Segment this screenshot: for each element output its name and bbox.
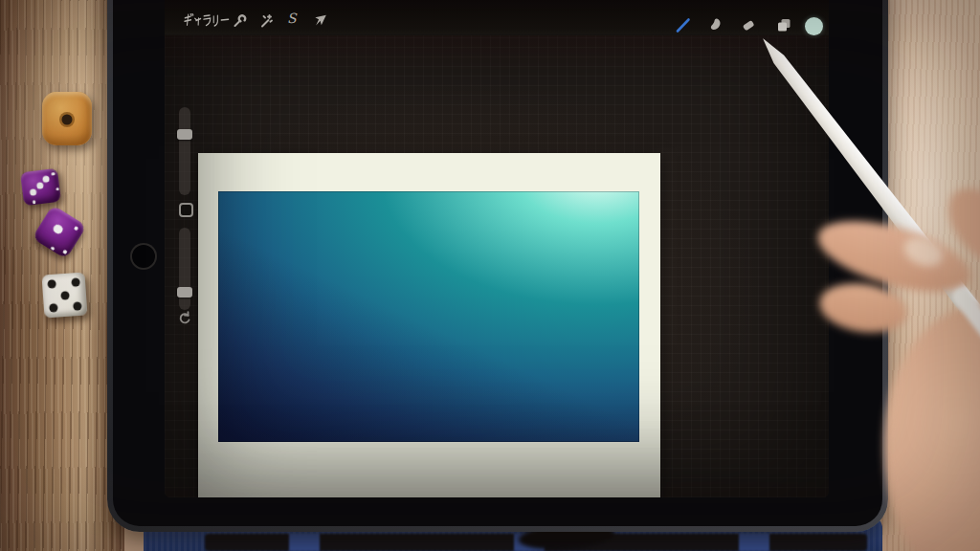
photo-scene: S: [0, 0, 980, 551]
brush-size-slider[interactable]: [179, 107, 190, 195]
wooden-die: [42, 92, 92, 145]
purple-die-top: [20, 168, 61, 206]
opacity-slider-handle[interactable]: [177, 287, 192, 298]
transform-cursor-arrow-icon[interactable]: [314, 13, 327, 27]
color-swatch-circle[interactable]: [805, 17, 823, 35]
opacity-slider[interactable]: [179, 228, 190, 310]
modify-button[interactable]: [179, 203, 193, 217]
actions-wrench-icon[interactable]: [233, 13, 247, 28]
layers-icon[interactable]: [775, 17, 792, 33]
home-button[interactable]: [130, 243, 157, 270]
canvas-paper[interactable]: [198, 153, 660, 497]
brush-size-slider-handle[interactable]: [177, 129, 192, 140]
adjustments-magic-wand-icon[interactable]: [259, 13, 274, 28]
gallery-button[interactable]: [184, 13, 230, 27]
smudge-finger-icon[interactable]: [706, 17, 724, 33]
gradient-artwork[interactable]: [218, 191, 639, 442]
selection-s-icon[interactable]: S: [287, 10, 297, 27]
eraser-icon[interactable]: [740, 17, 757, 33]
top-toolbar: S: [165, 0, 829, 35]
desk-wood-right: [877, 0, 980, 551]
white-die: [41, 272, 87, 318]
procreate-screen[interactable]: S: [165, 0, 829, 497]
paint-brush-icon[interactable]: [675, 17, 692, 33]
undo-button[interactable]: [177, 311, 191, 329]
